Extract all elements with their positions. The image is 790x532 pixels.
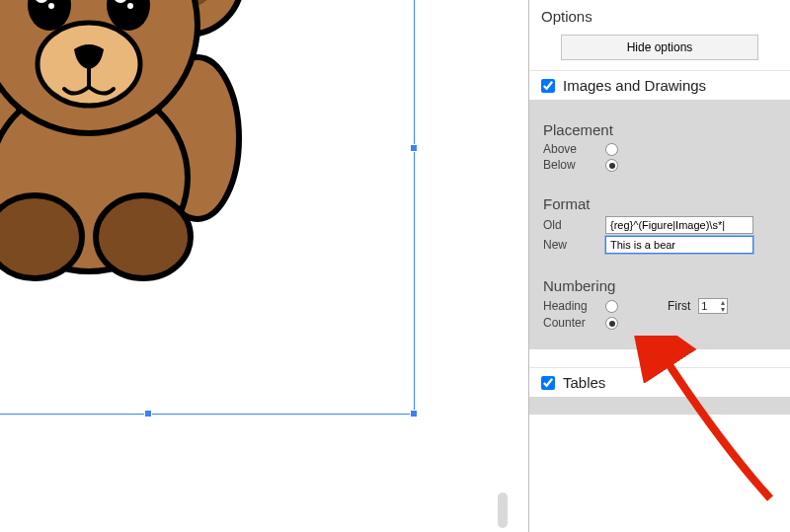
numbering-counter-row[interactable]: Counter bbox=[543, 316, 776, 330]
section-label-tables: Tables bbox=[563, 374, 605, 391]
resize-handle-right[interactable] bbox=[410, 144, 418, 152]
svg-point-15 bbox=[127, 3, 133, 9]
section-header-tables[interactable]: Tables bbox=[529, 367, 790, 397]
numbering-heading-row[interactable]: Heading First 1 ▴▾ bbox=[543, 298, 776, 314]
placement-below-radio[interactable] bbox=[605, 159, 618, 172]
svg-point-8 bbox=[96, 195, 191, 278]
format-old-input[interactable] bbox=[605, 216, 753, 234]
hide-options-button[interactable]: Hide options bbox=[561, 35, 758, 60]
section-body-images: Placement Above Below Format Old New Num… bbox=[529, 100, 790, 349]
section-header-images[interactable]: Images and Drawings bbox=[529, 70, 790, 100]
format-old-row: Old bbox=[543, 216, 776, 234]
numbering-first-label: First bbox=[668, 299, 690, 313]
placement-below-row[interactable]: Below bbox=[543, 158, 776, 172]
placement-below-label: Below bbox=[543, 158, 597, 172]
tables-checkbox[interactable] bbox=[541, 376, 555, 390]
numbering-first-stepper[interactable]: 1 ▴▾ bbox=[698, 298, 728, 314]
format-new-label: New bbox=[543, 238, 597, 252]
format-new-input[interactable] bbox=[605, 236, 753, 254]
section-body-tables bbox=[529, 397, 790, 415]
resize-handle-corner[interactable] bbox=[410, 410, 418, 418]
numbering-heading-radio[interactable] bbox=[605, 300, 618, 313]
section-label-images: Images and Drawings bbox=[563, 77, 706, 94]
resize-handle-bottom[interactable] bbox=[144, 410, 152, 418]
format-old-label: Old bbox=[543, 218, 597, 232]
format-new-row: New bbox=[543, 236, 776, 254]
document-canvas[interactable] bbox=[0, 0, 514, 532]
svg-point-14 bbox=[48, 3, 54, 9]
numbering-heading-label: Heading bbox=[543, 299, 597, 313]
numbering-counter-radio[interactable] bbox=[605, 317, 618, 330]
format-title: Format bbox=[543, 174, 776, 212]
stepper-arrows-icon[interactable]: ▴▾ bbox=[721, 299, 725, 313]
scrollbar-thumb[interactable] bbox=[498, 493, 508, 528]
options-panel: Options Hide options Images and Drawings… bbox=[528, 0, 790, 532]
placement-above-label: Above bbox=[543, 142, 597, 156]
numbering-first-value: 1 bbox=[701, 300, 707, 312]
svg-point-7 bbox=[0, 195, 82, 278]
placement-title: Placement bbox=[543, 112, 776, 138]
options-title: Options bbox=[529, 0, 790, 31]
numbering-title: Numbering bbox=[543, 256, 776, 294]
placement-above-radio[interactable] bbox=[605, 143, 618, 156]
teddy-bear-image[interactable] bbox=[0, 0, 286, 286]
placement-above-row[interactable]: Above bbox=[543, 142, 776, 156]
images-checkbox[interactable] bbox=[541, 79, 555, 93]
numbering-counter-label: Counter bbox=[543, 316, 597, 330]
